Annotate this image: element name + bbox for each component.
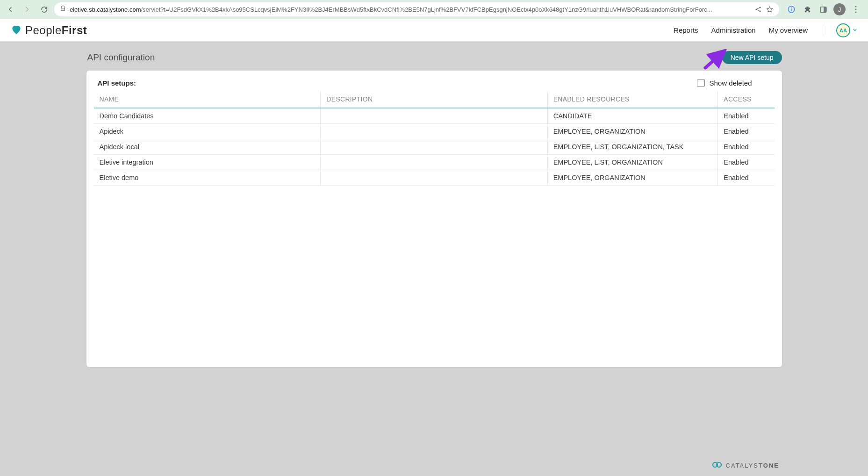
browser-chrome: eletive.sb.catalystone.com/servlet?t=U2F… (0, 0, 868, 19)
extension-icon-1[interactable] (786, 4, 797, 15)
cell-access: Enabled (718, 124, 775, 139)
cell-resources: EMPLOYEE, ORGANIZATION (547, 124, 718, 139)
user-menu[interactable]: AA (836, 23, 858, 37)
show-deleted-label: Show deleted (710, 79, 752, 87)
table-row[interactable]: ApideckEMPLOYEE, ORGANIZATIONEnabled (94, 124, 775, 139)
footer-brand-text: CATALYSTONE (726, 462, 779, 469)
brand-text: PeopleFirst (25, 24, 87, 37)
new-api-setup-button[interactable]: New API setup (722, 51, 782, 64)
back-button[interactable] (4, 3, 17, 16)
heart-icon (10, 23, 22, 37)
page-title: API configuration (86, 52, 155, 63)
table-row[interactable]: Demo CandidatesCANDIDATEEnabled (94, 108, 775, 124)
card-header: API setups: Show deleted (86, 79, 782, 92)
show-deleted-toggle[interactable]: Show deleted (697, 79, 771, 87)
chevron-down-icon (852, 26, 858, 35)
cell-access: Enabled (718, 139, 775, 155)
profile-avatar[interactable]: J (833, 3, 846, 15)
nav-reports[interactable]: Reports (674, 26, 698, 34)
cell-description (321, 155, 547, 170)
cell-access: Enabled (718, 170, 775, 186)
col-header-name[interactable]: NAME (94, 92, 321, 108)
table-row[interactable]: Eletive demoEMPLOYEE, ORGANIZATIONEnable… (94, 170, 775, 186)
forward-button[interactable] (21, 3, 34, 16)
nav-right: Reports Administration My overview AA (674, 23, 858, 37)
star-icon[interactable] (766, 6, 774, 14)
cell-name: Eletive demo (94, 170, 321, 186)
share-icon[interactable] (754, 6, 762, 13)
svg-rect-7 (824, 7, 826, 12)
cell-name: Apideck local (94, 139, 321, 155)
brand-logo[interactable]: PeopleFirst (10, 23, 87, 37)
top-nav: PeopleFirst Reports Administration My ov… (0, 19, 868, 42)
svg-point-10 (855, 11, 856, 13)
svg-point-9 (855, 8, 856, 10)
svg-point-1 (759, 7, 760, 8)
table-row[interactable]: Apideck localEMPLOYEE, LIST, ORGANIZATIO… (94, 139, 775, 155)
cell-resources: EMPLOYEE, LIST, ORGANIZATION, TASK (547, 139, 718, 155)
address-bar[interactable]: eletive.sb.catalystone.com/servlet?t=U2F… (54, 2, 779, 16)
footer-logo-icon (712, 462, 722, 469)
cell-resources: CANDIDATE (547, 108, 718, 124)
col-header-resources[interactable]: ENABLED RESOURCES (547, 92, 718, 108)
app-container: PeopleFirst Reports Administration My ov… (0, 19, 868, 476)
nav-divider (823, 24, 823, 36)
lock-icon (60, 6, 66, 13)
extension-icons: J (783, 3, 864, 15)
footer-brand: CATALYSTONE (712, 462, 779, 469)
svg-point-2 (759, 10, 760, 12)
col-header-access[interactable]: ACCESS (718, 92, 775, 108)
cell-description (321, 139, 547, 155)
cell-resources: EMPLOYEE, ORGANIZATION (547, 170, 718, 186)
svg-point-0 (755, 8, 757, 10)
cell-description (321, 124, 547, 139)
url-text: eletive.sb.catalystone.com/servlet?t=U2F… (70, 6, 751, 13)
svg-point-8 (855, 6, 856, 7)
checkbox-icon (697, 79, 705, 87)
svg-rect-5 (791, 9, 792, 11)
extensions-icon[interactable] (802, 4, 813, 15)
reload-button[interactable] (37, 3, 50, 16)
cell-access: Enabled (718, 108, 775, 124)
api-setups-card: API setups: Show deleted NAME DESCRIPTIO… (86, 71, 782, 367)
api-setups-table: NAME DESCRIPTION ENABLED RESOURCES ACCES… (94, 92, 775, 186)
cell-name: Demo Candidates (94, 108, 321, 124)
cell-resources: EMPLOYEE, LIST, ORGANIZATION (547, 155, 718, 170)
cell-description (321, 170, 547, 186)
col-header-description[interactable]: DESCRIPTION (321, 92, 547, 108)
cell-description (321, 108, 547, 124)
panel-icon[interactable] (818, 4, 829, 15)
user-avatar: AA (836, 23, 850, 37)
table-row[interactable]: Eletive integrationEMPLOYEE, LIST, ORGAN… (94, 155, 775, 170)
kebab-menu[interactable] (850, 6, 861, 13)
nav-my-overview[interactable]: My overview (769, 26, 808, 34)
nav-administration[interactable]: Administration (711, 26, 756, 34)
page-header: API configuration New API setup (86, 42, 782, 71)
cell-access: Enabled (718, 155, 775, 170)
cell-name: Apideck (94, 124, 321, 139)
svg-rect-4 (791, 7, 792, 8)
cell-name: Eletive integration (94, 155, 321, 170)
api-setups-label: API setups: (98, 79, 136, 87)
